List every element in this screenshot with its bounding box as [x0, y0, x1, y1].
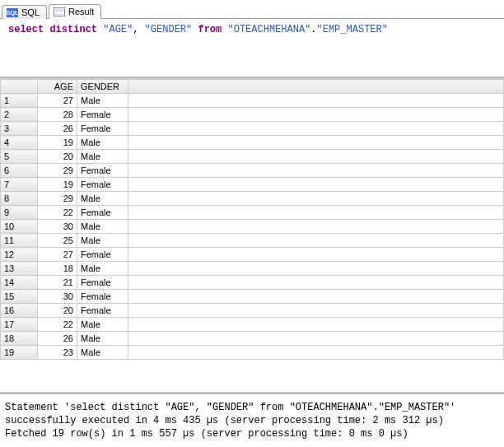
cell-age[interactable]: 20 — [38, 150, 77, 164]
cell-empty — [128, 304, 504, 318]
table-row[interactable]: 719Female — [1, 178, 504, 192]
cell-age[interactable]: 29 — [38, 164, 77, 178]
cell-gender[interactable]: Male — [77, 136, 128, 150]
table-row[interactable]: 127Male — [1, 94, 504, 108]
cell-age[interactable]: 19 — [38, 178, 77, 192]
row-number-cell[interactable]: 19 — [1, 346, 38, 360]
row-number-cell[interactable]: 4 — [1, 136, 38, 150]
table-row[interactable]: 1318Male — [1, 262, 504, 276]
row-number-cell[interactable]: 3 — [1, 122, 38, 136]
cell-gender[interactable]: Female — [77, 164, 128, 178]
row-number-cell[interactable]: 2 — [1, 108, 38, 122]
row-number-cell[interactable]: 18 — [1, 332, 38, 346]
row-number-cell[interactable]: 6 — [1, 164, 38, 178]
row-number-cell[interactable]: 5 — [1, 150, 38, 164]
column-header-age[interactable]: AGE — [38, 80, 77, 94]
table-row[interactable]: 1421Female — [1, 276, 504, 290]
cell-age[interactable]: 22 — [38, 318, 77, 332]
cell-age[interactable]: 29 — [38, 192, 77, 206]
row-number-cell[interactable]: 1 — [1, 94, 38, 108]
cell-age[interactable]: 22 — [38, 206, 77, 220]
table-row[interactable]: 419Male — [1, 136, 504, 150]
row-number-cell[interactable]: 10 — [1, 220, 38, 234]
row-number-cell[interactable]: 7 — [1, 178, 38, 192]
cell-gender[interactable]: Male — [77, 220, 128, 234]
table-row[interactable]: 1030Male — [1, 220, 504, 234]
cell-age[interactable]: 30 — [38, 290, 77, 304]
cell-age[interactable]: 28 — [38, 108, 77, 122]
cell-gender[interactable]: Female — [77, 108, 128, 122]
table-row[interactable]: 1722Male — [1, 318, 504, 332]
result-grid[interactable]: AGE GENDER 127Male228Female326Female419M… — [0, 79, 504, 360]
sql-identifier: "EMP_MASTER" — [317, 24, 388, 35]
table-row[interactable]: 1923Male — [1, 346, 504, 360]
table-row[interactable]: 922Female — [1, 206, 504, 220]
status-line: Statement 'select distinct "AGE", "GENDE… — [5, 401, 499, 414]
cell-gender[interactable]: Male — [77, 346, 128, 360]
sql-keyword: distinct — [49, 24, 97, 35]
cell-gender[interactable]: Male — [77, 192, 128, 206]
cell-empty — [128, 178, 504, 192]
cell-age[interactable]: 30 — [38, 220, 77, 234]
row-number-cell[interactable]: 12 — [1, 248, 38, 262]
tab-result-label: Result — [68, 7, 94, 16]
tab-sql-label: SQL — [21, 7, 40, 17]
table-row[interactable]: 1826Male — [1, 332, 504, 346]
table-row[interactable]: 520Male — [1, 150, 504, 164]
cell-empty — [128, 108, 504, 122]
sql-comma: , — [133, 24, 144, 35]
cell-gender[interactable]: Male — [77, 150, 128, 164]
cell-empty — [128, 220, 504, 234]
cell-age[interactable]: 21 — [38, 276, 77, 290]
grid-corner-cell[interactable] — [1, 80, 38, 94]
cell-gender[interactable]: Female — [77, 304, 128, 318]
table-row[interactable]: 1620Female — [1, 304, 504, 318]
row-number-cell[interactable]: 9 — [1, 206, 38, 220]
table-row[interactable]: 1530Female — [1, 290, 504, 304]
row-number-cell[interactable]: 16 — [1, 304, 38, 318]
cell-age[interactable]: 27 — [38, 248, 77, 262]
row-number-cell[interactable]: 8 — [1, 192, 38, 206]
cell-age[interactable]: 25 — [38, 234, 77, 248]
cell-gender[interactable]: Male — [77, 318, 128, 332]
cell-gender[interactable]: Female — [77, 206, 128, 220]
cell-gender[interactable]: Male — [77, 262, 128, 276]
cell-age[interactable]: 20 — [38, 304, 77, 318]
cell-empty — [128, 262, 504, 276]
cell-gender[interactable]: Male — [77, 234, 128, 248]
cell-gender[interactable]: Female — [77, 122, 128, 136]
column-header-gender[interactable]: GENDER — [77, 80, 128, 94]
tab-sql[interactable]: SQL SQL — [2, 5, 47, 19]
cell-age[interactable]: 23 — [38, 346, 77, 360]
cell-gender[interactable]: Female — [77, 178, 128, 192]
cell-age[interactable]: 27 — [38, 94, 77, 108]
row-number-cell[interactable]: 14 — [1, 276, 38, 290]
row-number-cell[interactable]: 13 — [1, 262, 38, 276]
sql-editor[interactable]: select distinct "AGE", "GENDER" from "OT… — [0, 19, 504, 78]
cell-gender[interactable]: Male — [77, 94, 128, 108]
cell-empty — [128, 94, 504, 108]
column-header-empty — [128, 80, 504, 94]
table-row[interactable]: 228Female — [1, 108, 504, 122]
cell-gender[interactable]: Female — [77, 276, 128, 290]
cell-age[interactable]: 26 — [38, 122, 77, 136]
cell-empty — [128, 318, 504, 332]
cell-gender[interactable]: Male — [77, 332, 128, 346]
cell-gender[interactable]: Female — [77, 248, 128, 262]
app-root: { "tabs": { "sql": "SQL", "result": "Res… — [0, 0, 504, 447]
row-number-cell[interactable]: 15 — [1, 290, 38, 304]
cell-age[interactable]: 19 — [38, 136, 77, 150]
sql-icon: SQL — [7, 8, 18, 17]
cell-age[interactable]: 18 — [38, 262, 77, 276]
row-number-cell[interactable]: 17 — [1, 318, 38, 332]
cell-gender[interactable]: Female — [77, 290, 128, 304]
status-panel: Statement 'select distinct "AGE", "GENDE… — [0, 393, 504, 447]
table-row[interactable]: 1227Female — [1, 248, 504, 262]
table-row[interactable]: 1125Male — [1, 234, 504, 248]
cell-age[interactable]: 26 — [38, 332, 77, 346]
row-number-cell[interactable]: 11 — [1, 234, 38, 248]
table-row[interactable]: 829Male — [1, 192, 504, 206]
tab-result[interactable]: Result — [49, 4, 101, 19]
table-row[interactable]: 326Female — [1, 122, 504, 136]
table-row[interactable]: 629Female — [1, 164, 504, 178]
